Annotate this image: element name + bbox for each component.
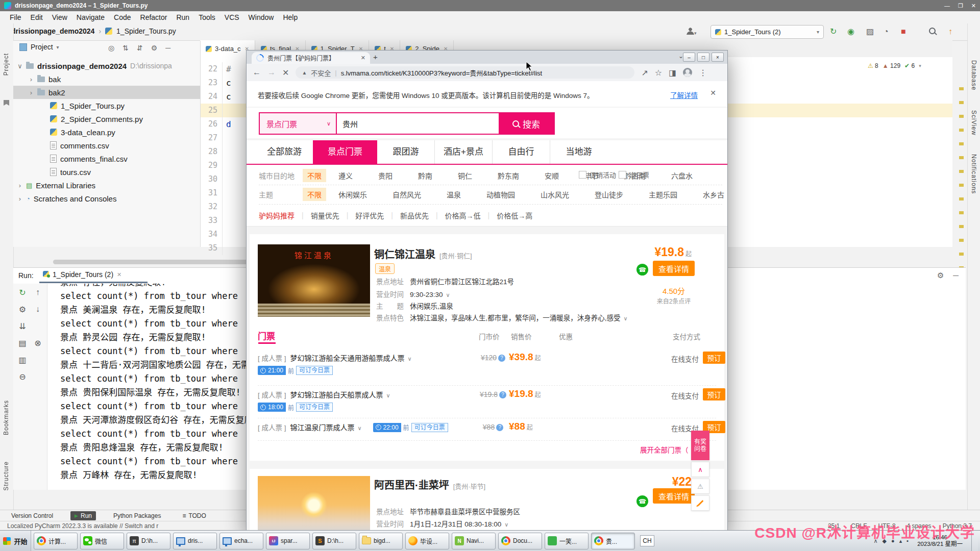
taskbar-item-green-app[interactable]: 一笑... <box>545 533 589 549</box>
taskbar-item-wechat[interactable]: 微信 <box>80 533 124 549</box>
taskbar-item-intellij[interactable]: IJspar... <box>266 533 310 549</box>
taskbar-item-firefox[interactable]: 毕设... <box>405 533 449 549</box>
settings-icon[interactable]: ⚙ <box>17 305 28 314</box>
filter-option[interactable]: 安顺 <box>545 170 559 181</box>
tree-item-1-spider-tours-py[interactable]: 1_Spider_Tours.py <box>13 99 200 112</box>
search-input[interactable] <box>337 113 499 134</box>
menu-tools[interactable]: Tools <box>194 12 220 22</box>
review-count[interactable]: 来自2条点评 <box>645 296 702 305</box>
inspections-widget[interactable]: ⚠ 8 ▲ 129 ✔ 6 ▾ <box>868 62 921 69</box>
minimize-icon[interactable]: – <box>683 53 695 62</box>
tree-item-comments-csv[interactable]: comments.csv <box>13 139 200 152</box>
editor-error-stripe[interactable] <box>959 77 964 277</box>
chevron-down-icon[interactable]: ∨ <box>446 292 450 298</box>
menu-vcs[interactable]: VCS <box>220 12 244 22</box>
breadcrumb-project[interactable]: drissionpage_demo2024 <box>11 27 94 35</box>
view-details-button[interactable]: 查看详情 <box>653 261 695 276</box>
category-tab-0[interactable]: 全部旅游 <box>256 140 313 164</box>
run-console-tab[interactable]: 1_Spider_Tours (2) ✕ <box>43 270 121 279</box>
category-tab-1[interactable]: 景点门票 <box>313 140 377 164</box>
back-to-top-button[interactable]: ∧ <box>691 462 709 477</box>
tree-arrow-icon[interactable]: › <box>29 89 34 96</box>
taskbar-item-pi[interactable]: πD:\h... <box>127 533 170 549</box>
category-tab-3[interactable]: 酒店+景点 <box>434 140 492 164</box>
stripe-structure[interactable]: Structure <box>3 461 10 491</box>
checkbox-icon[interactable] <box>619 171 626 179</box>
tree-item-2-spider-comments-py[interactable]: 2_Spider_Comments.py <box>13 112 200 126</box>
scroll-to-end-icon[interactable]: ⇊ <box>17 321 28 331</box>
taskbar-item-chrome[interactable]: 贵... <box>591 533 635 549</box>
tree-item-bak2[interactable]: ›bak2 <box>13 86 200 99</box>
maximize-icon[interactable]: ❐ <box>958 3 963 9</box>
question-icon[interactable]: ? <box>496 424 503 431</box>
attraction-title[interactable]: 铜仁锦江温泉[贵州·铜仁] <box>374 246 472 261</box>
filter-option[interactable]: 贵阳 <box>378 170 393 181</box>
checkbox-promo[interactable]: 促销活动 <box>579 170 616 180</box>
category-tab-5[interactable]: 当地游 <box>550 140 607 164</box>
menu-window[interactable]: Window <box>244 12 279 22</box>
tree-arrow-icon[interactable]: › <box>17 182 22 189</box>
filter-selected-chip[interactable]: 不限 <box>303 169 326 182</box>
coverage-icon[interactable]: ▨ <box>866 27 874 37</box>
menu-view[interactable]: View <box>47 12 72 22</box>
chevron-down-icon[interactable]: ∨ <box>358 425 362 431</box>
sort-option[interactable]: 新品优先 <box>400 210 429 220</box>
ide-titlebar[interactable]: drissionpage_demo2024 – 1_Spider_Tours.p… <box>0 0 980 11</box>
share-icon[interactable]: ↗ <box>641 68 648 78</box>
stop-icon[interactable]: ■ <box>901 27 906 37</box>
taskbar-item-chrome[interactable]: 计算... <box>34 533 78 549</box>
search-icon[interactable] <box>929 27 936 37</box>
sort-option[interactable]: 驴妈妈推荐 <box>259 210 295 220</box>
sort-option[interactable]: 销量优先 <box>311 210 339 220</box>
phone-icon[interactable]: ☎ <box>636 495 648 507</box>
back-icon[interactable]: ← <box>253 68 261 77</box>
attraction-title[interactable]: 阿西里西·韭菜坪[贵州·毕节] <box>374 477 485 492</box>
menu-edit[interactable]: Edit <box>26 12 47 22</box>
filter-option[interactable]: 主题乐园 <box>649 189 677 199</box>
profiler-icon[interactable]: ◔ <box>884 27 889 37</box>
attraction-photo[interactable] <box>258 244 370 317</box>
collapse-all-icon[interactable]: ⇵ <box>137 44 143 52</box>
checkbox-icon[interactable] <box>579 171 586 179</box>
forward-icon[interactable]: → <box>267 68 276 77</box>
tree-arrow-icon[interactable]: › <box>29 76 34 83</box>
minimize-icon[interactable]: — <box>944 3 950 9</box>
book-button[interactable]: 预订 <box>703 352 725 364</box>
breadcrumb-file[interactable]: 1_Spider_Tours.py <box>116 27 176 35</box>
taskbar-item-sublime[interactable]: SD:\h... <box>312 533 356 549</box>
question-icon[interactable]: ? <box>498 355 505 362</box>
filter-option[interactable]: 自然风光 <box>393 189 421 199</box>
filter-selected-chip[interactable]: 不限 <box>303 188 326 201</box>
ticket-name[interactable]: 梦幻锦江游船全天通用游船票成人票 <box>290 354 405 362</box>
close-tab-icon[interactable]: ✕ <box>361 55 365 61</box>
start-button[interactable]: 开始 <box>0 531 31 551</box>
chevron-down-icon[interactable]: ∨ <box>624 315 628 321</box>
tree-item-bak[interactable]: ›bak <box>13 72 200 86</box>
stripe-bookmarks[interactable]: Bookmarks <box>3 400 10 435</box>
bookmark-star-icon[interactable]: ☆ <box>655 68 662 78</box>
ticket-name[interactable]: 梦幻锦江游船白天船票成人票 <box>290 391 383 399</box>
clear-icon[interactable]: ⊗ <box>33 338 43 348</box>
rerun-icon[interactable]: ↻ <box>17 288 28 297</box>
hide-panel-icon[interactable]: ─ <box>953 271 959 280</box>
search-button[interactable]: 搜索 <box>499 113 554 134</box>
stripe-project[interactable]: Project <box>3 53 10 76</box>
stripe-sciview[interactable]: SciView <box>970 110 977 135</box>
browser-titlebar[interactable]: 贵州门票【驴妈妈门票】 ✕ + ⌄ – □ × <box>247 51 727 64</box>
filter-option[interactable]: 黔东南 <box>498 170 519 181</box>
tree-item-comments-final-csv[interactable]: comments_final.csv <box>13 152 200 165</box>
view-details-button[interactable]: 查看详情 <box>653 488 695 504</box>
tree-item-external-libraries[interactable]: ›▤External Libraries <box>13 179 200 192</box>
book-button[interactable]: 预订 <box>703 388 725 400</box>
soft-wrap-icon[interactable]: ▥ <box>17 355 28 365</box>
hide-panel-icon[interactable]: ─ <box>165 44 170 52</box>
tool-window-button-python-packages[interactable]: Python Packages <box>109 511 165 520</box>
tree-arrow-icon[interactable]: › <box>17 195 22 203</box>
project-panel-header[interactable]: Project ▾ <box>19 43 59 51</box>
update-icon[interactable]: ↑ <box>948 27 952 37</box>
taskbar-item-monitor[interactable]: dris... <box>173 533 217 549</box>
taskbar-item-chrome[interactable]: Docu... <box>498 533 542 549</box>
expand-all-icon[interactable]: ⇅ <box>122 44 129 52</box>
collapse-icon[interactable]: ⊖ <box>17 372 28 382</box>
input-language-indicator[interactable]: CH <box>640 535 654 546</box>
